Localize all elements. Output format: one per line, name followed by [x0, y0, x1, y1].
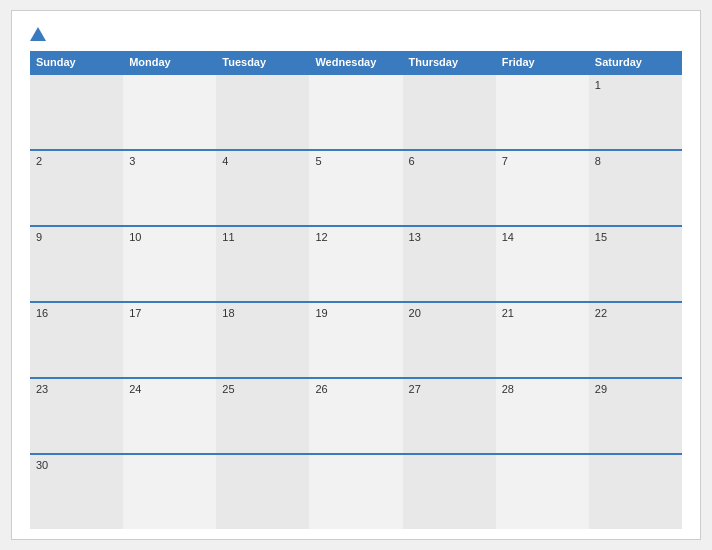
- logo-blue-row: [30, 27, 50, 41]
- day-number: 5: [315, 155, 321, 167]
- day-cell: 11: [216, 227, 309, 301]
- weeks-grid: 1234567891011121314151617181920212223242…: [30, 73, 682, 529]
- day-number: 23: [36, 383, 48, 395]
- day-number: 21: [502, 307, 514, 319]
- week-row-4: 23242526272829: [30, 377, 682, 453]
- day-number: 17: [129, 307, 141, 319]
- day-cell: 21: [496, 303, 589, 377]
- day-header-sunday: Sunday: [30, 51, 123, 73]
- day-cell: 29: [589, 379, 682, 453]
- day-cell: 14: [496, 227, 589, 301]
- day-cell: 4: [216, 151, 309, 225]
- day-cell: [30, 75, 123, 149]
- day-cell: 25: [216, 379, 309, 453]
- day-cell: 23: [30, 379, 123, 453]
- day-cell: [496, 75, 589, 149]
- day-number: 15: [595, 231, 607, 243]
- day-number: 22: [595, 307, 607, 319]
- day-cell: 22: [589, 303, 682, 377]
- day-header-thursday: Thursday: [403, 51, 496, 73]
- day-cell: [309, 455, 402, 529]
- week-row-5: 30: [30, 453, 682, 529]
- day-cell: [589, 455, 682, 529]
- day-cell: [216, 455, 309, 529]
- day-number: 2: [36, 155, 42, 167]
- day-cell: 3: [123, 151, 216, 225]
- day-number: 6: [409, 155, 415, 167]
- day-header-friday: Friday: [496, 51, 589, 73]
- day-number: 27: [409, 383, 421, 395]
- day-header-tuesday: Tuesday: [216, 51, 309, 73]
- calendar: SundayMondayTuesdayWednesdayThursdayFrid…: [11, 10, 701, 540]
- logo: [30, 27, 50, 41]
- day-number: 26: [315, 383, 327, 395]
- day-number: 9: [36, 231, 42, 243]
- logo-triangle-icon: [30, 27, 46, 41]
- day-number: 19: [315, 307, 327, 319]
- day-number: 7: [502, 155, 508, 167]
- day-number: 4: [222, 155, 228, 167]
- calendar-header: [30, 27, 682, 41]
- day-cell: 13: [403, 227, 496, 301]
- day-cell: 19: [309, 303, 402, 377]
- day-number: 20: [409, 307, 421, 319]
- day-cell: 20: [403, 303, 496, 377]
- day-cell: [216, 75, 309, 149]
- day-cell: 24: [123, 379, 216, 453]
- day-number: 11: [222, 231, 234, 243]
- week-row-1: 2345678: [30, 149, 682, 225]
- day-cell: [123, 455, 216, 529]
- day-number: 14: [502, 231, 514, 243]
- day-number: 30: [36, 459, 48, 471]
- day-header-monday: Monday: [123, 51, 216, 73]
- day-header-saturday: Saturday: [589, 51, 682, 73]
- day-cell: 7: [496, 151, 589, 225]
- day-cell: 5: [309, 151, 402, 225]
- day-header-wednesday: Wednesday: [309, 51, 402, 73]
- day-cell: [403, 75, 496, 149]
- day-number: 25: [222, 383, 234, 395]
- day-cell: 28: [496, 379, 589, 453]
- day-number: 1: [595, 79, 601, 91]
- day-cell: 18: [216, 303, 309, 377]
- day-cell: [309, 75, 402, 149]
- day-cell: 16: [30, 303, 123, 377]
- day-number: 24: [129, 383, 141, 395]
- day-number: 8: [595, 155, 601, 167]
- day-number: 29: [595, 383, 607, 395]
- day-number: 28: [502, 383, 514, 395]
- day-cell: [403, 455, 496, 529]
- day-cell: 30: [30, 455, 123, 529]
- day-cell: 27: [403, 379, 496, 453]
- day-cell: 17: [123, 303, 216, 377]
- day-number: 3: [129, 155, 135, 167]
- day-cell: 1: [589, 75, 682, 149]
- day-cell: [496, 455, 589, 529]
- day-cell: 12: [309, 227, 402, 301]
- day-cell: 9: [30, 227, 123, 301]
- day-number: 18: [222, 307, 234, 319]
- day-cell: 6: [403, 151, 496, 225]
- week-row-0: 1: [30, 73, 682, 149]
- day-number: 16: [36, 307, 48, 319]
- day-cell: 10: [123, 227, 216, 301]
- week-row-3: 16171819202122: [30, 301, 682, 377]
- day-number: 13: [409, 231, 421, 243]
- day-number: 12: [315, 231, 327, 243]
- day-cell: 8: [589, 151, 682, 225]
- day-cell: 15: [589, 227, 682, 301]
- day-cell: 26: [309, 379, 402, 453]
- day-cell: 2: [30, 151, 123, 225]
- day-headers-row: SundayMondayTuesdayWednesdayThursdayFrid…: [30, 51, 682, 73]
- day-number: 10: [129, 231, 141, 243]
- day-cell: [123, 75, 216, 149]
- week-row-2: 9101112131415: [30, 225, 682, 301]
